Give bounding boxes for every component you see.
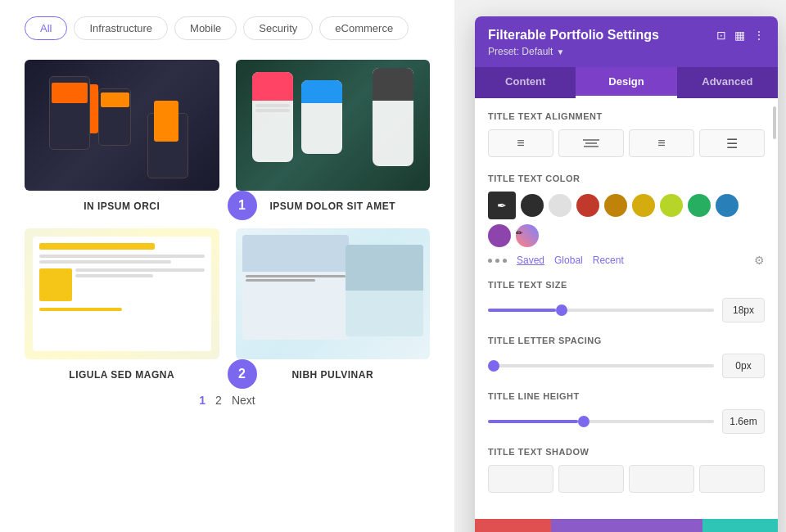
dot-1	[488, 259, 492, 263]
color-saved-link[interactable]: Saved	[517, 255, 544, 266]
panel-title: Filterable Portfolio Settings	[488, 28, 659, 43]
portfolio-thumb-1	[25, 60, 219, 191]
swatch-yellow-green[interactable]	[660, 194, 683, 217]
portfolio-item-1[interactable]: IN IPSUM ORCI	[25, 60, 219, 212]
color-recent-link[interactable]: Recent	[593, 255, 624, 266]
panel-footer: ✕ ↺ ↻ ✓	[475, 519, 778, 532]
color-actions: Saved Global Recent ⚙	[488, 254, 765, 267]
text-shadow-section: Title Text Shadow	[488, 447, 765, 493]
portfolio-thumb-4	[236, 228, 431, 359]
portfolio-item-3[interactable]: LIGULA SED MAGNA	[25, 228, 219, 381]
portfolio-title-1: IN IPSUM ORCI	[25, 201, 219, 212]
save-button[interactable]: ✓	[702, 519, 779, 532]
panel-icon-layout[interactable]: ▦	[734, 29, 745, 42]
color-section-label: Title Text Color	[488, 174, 765, 183]
dot-3	[503, 259, 507, 263]
letter-spacing-value[interactable]: 0px	[722, 354, 765, 378]
portfolio-thumb-2	[236, 60, 431, 191]
line-height-fill	[488, 420, 578, 423]
shadow-options	[488, 465, 765, 493]
portfolio-title-2: IPSUM DOLOR SIT AMET	[236, 201, 431, 212]
dot-2	[495, 259, 499, 263]
tab-content[interactable]: Content	[475, 67, 576, 98]
color-global-link[interactable]: Global	[554, 255, 583, 266]
portfolio-item-2[interactable]: 1 IPSUM DOLOR SIT AMET	[236, 60, 431, 212]
text-size-label: Title Text Size	[488, 280, 765, 290]
panel-icon-more[interactable]: ⋮	[753, 29, 765, 42]
alignment-buttons: ≡ ≡ ☰	[488, 129, 765, 157]
filter-tab-ecommerce[interactable]: eCommerce	[319, 16, 409, 40]
swatch-black[interactable]	[521, 194, 544, 217]
alignment-section-label: Title Text Alignment	[488, 111, 765, 121]
swatch-blue[interactable]	[716, 194, 739, 217]
text-size-value[interactable]: 18px	[722, 298, 765, 322]
panel-preset[interactable]: Preset: Default ▼	[488, 46, 765, 57]
eyedropper-icon: ✒	[497, 199, 507, 212]
filter-tab-mobile[interactable]: Mobile	[174, 16, 237, 40]
shadow-option-2[interactable]	[558, 465, 624, 493]
badge-2: 2	[228, 359, 257, 389]
color-picker-btn[interactable]: ✒	[488, 192, 516, 219]
text-size-section: Title Text Size 18px	[488, 280, 765, 322]
settings-panel: Filterable Portfolio Settings ⊡ ▦ ⋮ Pres…	[475, 16, 778, 532]
letter-spacing-section: Title Letter Spacing 0px	[488, 336, 765, 378]
portfolio-area: All Infrastructure Mobile Security eComm…	[0, 0, 454, 532]
align-btn-left[interactable]: ≡	[488, 129, 553, 157]
color-section: Title Text Color ✒ ✏	[488, 174, 765, 267]
filter-tab-security[interactable]: Security	[243, 16, 313, 40]
badge-1: 1	[228, 191, 257, 220]
panel-header: Filterable Portfolio Settings ⊡ ▦ ⋮ Pres…	[475, 16, 778, 67]
color-swatches: ✒ ✏	[488, 192, 765, 247]
line-height-thumb[interactable]	[578, 416, 590, 427]
swatch-red[interactable]	[576, 194, 599, 217]
filter-tabs: All Infrastructure Mobile Security eComm…	[25, 16, 430, 40]
align-btn-justify[interactable]: ☰	[699, 129, 765, 157]
next-link[interactable]: Next	[232, 394, 255, 407]
panel-icon-resize[interactable]: ⊡	[716, 29, 726, 42]
panel-tabs: Content Design Advanced	[475, 67, 778, 98]
scrollbar[interactable]	[773, 106, 776, 139]
swatch-purple[interactable]	[488, 224, 511, 247]
page-1[interactable]: 1	[199, 394, 206, 407]
text-size-fill	[488, 309, 556, 312]
portfolio-grid: IN IPSUM ORCI 1	[25, 60, 430, 381]
shadow-option-3[interactable]	[629, 465, 694, 493]
cancel-button[interactable]: ✕	[475, 519, 551, 532]
portfolio-title-4: NIBH PULVINAR	[236, 369, 431, 381]
letter-spacing-thumb[interactable]	[488, 360, 499, 372]
swatch-white[interactable]	[549, 194, 571, 217]
swatch-orange[interactable]	[604, 194, 627, 217]
panel-header-icons: ⊡ ▦ ⋮	[716, 29, 765, 42]
filter-tab-infrastructure[interactable]: Infrastructure	[74, 16, 168, 40]
tab-design[interactable]: Design	[576, 67, 676, 98]
swatch-green[interactable]	[688, 194, 711, 217]
pagination: 1 2 Next	[25, 394, 430, 407]
portfolio-item-4[interactable]: 2 NIBH PULVINAR	[236, 228, 431, 381]
text-size-track[interactable]	[488, 309, 714, 312]
shadow-option-1[interactable]	[488, 465, 553, 493]
text-size-thumb[interactable]	[556, 304, 567, 316]
color-settings-icon[interactable]: ⚙	[754, 254, 765, 267]
reset-forward-button[interactable]: ↻	[626, 519, 702, 532]
tab-advanced[interactable]: Advanced	[677, 67, 778, 98]
preset-arrow-icon: ▼	[556, 47, 564, 56]
portfolio-title-3: LIGULA SED MAGNA	[25, 369, 219, 381]
text-shadow-label: Title Text Shadow	[488, 447, 765, 457]
letter-spacing-track[interactable]	[488, 364, 714, 367]
swatch-yellow[interactable]	[632, 194, 655, 217]
reset-back-button[interactable]: ↺	[551, 519, 627, 532]
text-size-slider-row: 18px	[488, 298, 765, 322]
page-2[interactable]: 2	[215, 394, 222, 407]
line-height-value[interactable]: 1.6em	[722, 409, 765, 434]
line-height-track[interactable]	[488, 420, 714, 423]
line-height-section: Title Line Height 1.6em	[488, 391, 765, 434]
shadow-option-4[interactable]	[699, 465, 765, 493]
filter-tab-all[interactable]: All	[25, 16, 67, 40]
align-btn-center[interactable]	[558, 129, 624, 157]
letter-spacing-label: Title Letter Spacing	[488, 336, 765, 345]
panel-header-top: Filterable Portfolio Settings ⊡ ▦ ⋮	[488, 28, 765, 43]
line-height-slider-row: 1.6em	[488, 409, 765, 434]
swatch-custom[interactable]: ✏	[516, 224, 539, 247]
align-btn-right[interactable]: ≡	[629, 129, 694, 157]
letter-spacing-slider-row: 0px	[488, 354, 765, 378]
